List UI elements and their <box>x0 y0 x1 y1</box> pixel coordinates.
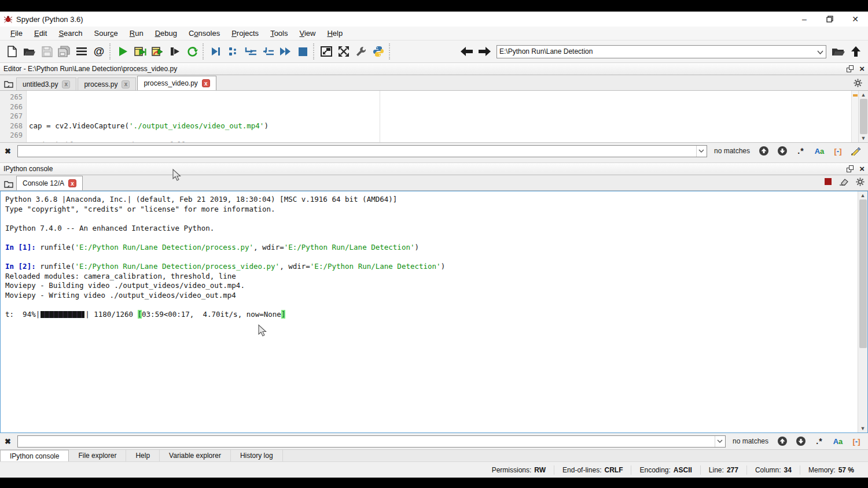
console-browse-tabs-icon[interactable] <box>1 178 16 190</box>
dock-tab-file-explorer[interactable]: File explorer <box>69 450 126 461</box>
tab-close-icon[interactable]: x <box>122 80 130 88</box>
dock-tab-help[interactable]: Help <box>126 450 160 461</box>
editor-tab-process.py[interactable]: process.pyx <box>78 77 136 90</box>
tab-close-icon[interactable]: x <box>202 79 210 87</box>
maximize-pane-icon[interactable] <box>318 43 335 60</box>
save-icon[interactable] <box>38 43 56 60</box>
scroll-flag-area <box>851 91 858 142</box>
console-find-input[interactable] <box>18 436 715 447</box>
ipython-console[interactable]: Python 3.6.8 |Anaconda, Inc.| (default, … <box>0 191 868 433</box>
window-title: Spyder (Python 3.6) <box>16 15 83 24</box>
console-options-gear-icon[interactable] <box>856 178 865 188</box>
find-previous-icon[interactable] <box>757 146 771 156</box>
chevron-down-icon[interactable] <box>817 46 823 57</box>
console-scrollbar[interactable]: ▲ ▼ <box>858 191 867 432</box>
chevron-down-icon[interactable] <box>696 146 707 157</box>
run-icon[interactable] <box>114 43 131 60</box>
back-icon[interactable] <box>458 43 476 60</box>
preferences-icon[interactable] <box>352 43 370 60</box>
menu-view[interactable]: View <box>293 28 321 39</box>
at-icon[interactable]: @ <box>90 43 108 60</box>
run-selection-icon[interactable] <box>166 43 183 60</box>
dock-tab-ipython-console[interactable]: IPython console <box>0 450 69 461</box>
working-directory-combobox[interactable]: E:\Python Run\Lane Detection <box>496 45 826 58</box>
menu-file[interactable]: File <box>5 28 28 39</box>
debug-stop-icon[interactable] <box>294 43 311 60</box>
restore-button[interactable] <box>817 12 843 27</box>
regex-icon[interactable]: .* <box>794 146 808 156</box>
console-scroll-down-icon[interactable]: ▼ <box>860 424 866 432</box>
menu-projects[interactable]: Projects <box>226 28 264 39</box>
whole-words-icon[interactable]: [-] <box>831 147 845 156</box>
find-previous-icon[interactable] <box>775 436 789 446</box>
rerun-cell-icon[interactable] <box>149 43 166 60</box>
console-tab-close-icon[interactable]: x <box>68 179 76 187</box>
editor-find-input[interactable] <box>18 146 696 157</box>
code-text[interactable]: cap = cv2.VideoCapture('./output_videos/… <box>27 91 851 142</box>
clear-console-icon[interactable] <box>839 178 849 188</box>
menu-debug[interactable]: Debug <box>149 28 183 39</box>
step-into-icon[interactable] <box>242 43 259 60</box>
case-sensitive-icon[interactable]: Aa <box>831 437 845 446</box>
code-editor[interactable]: 265266267268269 cap = cv2.VideoCapture('… <box>0 91 868 143</box>
editor-options-gear-icon[interactable] <box>851 79 865 87</box>
editor-scroll-thumb[interactable] <box>860 99 867 134</box>
editor-undock-icon[interactable] <box>847 65 854 72</box>
console-find-close-icon[interactable]: ✖ <box>5 437 13 446</box>
console-close-icon[interactable]: × <box>859 165 865 172</box>
browse-tabs-icon[interactable] <box>1 77 16 90</box>
menu-source[interactable]: Source <box>89 28 124 39</box>
menu-edit[interactable]: Edit <box>28 28 53 39</box>
dock-tab-history-log[interactable]: History log <box>231 450 283 461</box>
interrupt-kernel-icon[interactable] <box>824 178 832 188</box>
parent-directory-icon[interactable] <box>847 43 865 60</box>
close-button[interactable]: ✕ <box>843 12 868 27</box>
find-next-icon[interactable] <box>775 146 789 156</box>
scroll-up-icon[interactable]: ▲ <box>861 91 866 99</box>
menu-consoles[interactable]: Consoles <box>183 28 226 39</box>
chevron-down-icon[interactable] <box>715 436 725 447</box>
menu-search[interactable]: Search <box>53 28 88 39</box>
editor-find-close-icon[interactable]: ✖ <box>5 147 13 156</box>
open-file-icon[interactable] <box>21 43 38 60</box>
save-all-icon[interactable] <box>56 43 73 60</box>
forward-icon[interactable] <box>476 43 493 60</box>
minimize-button[interactable]: – <box>792 12 817 27</box>
find-next-icon[interactable] <box>794 436 808 446</box>
run-cell-icon[interactable] <box>131 43 149 60</box>
debug-file-icon[interactable] <box>207 43 225 60</box>
tab-close-icon[interactable]: x <box>62 80 70 88</box>
console-line <box>5 301 858 310</box>
debug-continue-icon[interactable] <box>277 43 294 60</box>
menu-help[interactable]: Help <box>321 28 348 39</box>
console-undock-icon[interactable] <box>847 165 854 172</box>
menu-run[interactable]: Run <box>124 28 149 39</box>
screen-letterbox: Spyder (Python 3.6) – ✕ FileEditSearchSo… <box>0 0 868 488</box>
regex-icon[interactable]: .* <box>812 437 826 446</box>
scroll-down-icon[interactable]: ▼ <box>861 134 866 142</box>
dock-tab-variable-explorer[interactable]: Variable explorer <box>160 450 231 461</box>
working-directory-value: E:\Python Run\Lane Detection <box>499 47 817 56</box>
console-output[interactable]: Python 3.6.8 |Anaconda, Inc.| (default, … <box>1 191 858 432</box>
new-file-icon[interactable] <box>3 43 21 60</box>
editor-scrollbar[interactable]: ▲ ▼ <box>858 91 868 142</box>
console-tab[interactable]: Console 12/A x <box>16 176 83 190</box>
menu-tools[interactable]: Tools <box>264 28 293 39</box>
browse-directory-icon[interactable] <box>830 43 847 60</box>
outline-icon[interactable] <box>73 43 90 60</box>
console-scroll-up-icon[interactable]: ▲ <box>860 191 866 199</box>
debug-cell-icon[interactable] <box>225 43 242 60</box>
case-sensitive-icon[interactable]: Aa <box>812 147 826 156</box>
editor-tab-process_video.py[interactable]: process_video.pyx <box>137 76 216 90</box>
step-return-icon[interactable] <box>259 43 277 60</box>
editor-close-icon[interactable]: × <box>859 65 865 72</box>
editor-tab-untitled3.py[interactable]: untitled3.pyx <box>16 77 76 90</box>
restart-kernel-icon[interactable] <box>183 43 201 60</box>
console-find-status: no matches <box>733 437 768 445</box>
pythonpath-icon[interactable] <box>370 43 387 60</box>
replace-icon[interactable] <box>849 146 863 156</box>
fullscreen-icon[interactable] <box>335 43 352 60</box>
whole-words-icon[interactable]: [-] <box>849 437 863 446</box>
console-scroll-thumb[interactable] <box>859 199 867 348</box>
console-line: Moviepy - Writing video ./output_videos/… <box>5 291 858 301</box>
